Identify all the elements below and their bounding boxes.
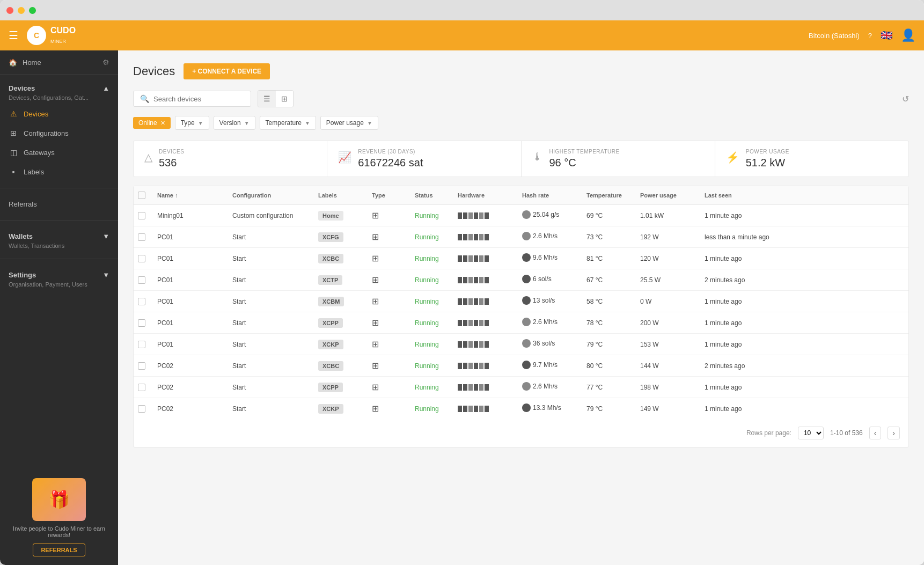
td-power: 192 W: [636, 233, 700, 241]
row-checkbox-6[interactable]: [138, 341, 145, 348]
td-config: Start: [228, 362, 314, 370]
sidebar-devices-group-label: Devices: [9, 84, 35, 92]
td-checkbox: [134, 362, 153, 370]
chevron-down-icon[interactable]: ▼: [102, 232, 109, 240]
td-type: ⊞: [368, 253, 410, 263]
chevron-down-icon-2[interactable]: ▼: [102, 271, 109, 279]
td-power: 1.01 kW: [636, 212, 700, 219]
td-lastseen: 1 minute ago: [700, 405, 775, 413]
sidebar-item-home[interactable]: 🏠 Home: [9, 58, 102, 67]
nav-left: ☰ C CUDOMINER: [9, 26, 76, 45]
td-checkbox: [134, 319, 153, 327]
label-badge: XCPP: [318, 383, 343, 392]
gear-icon[interactable]: ⚙: [102, 58, 109, 67]
temperature-filter[interactable]: Temperature ▼: [260, 116, 316, 130]
th-name[interactable]: Name ↑: [153, 192, 228, 199]
flag-icon[interactable]: 🇬🇧: [881, 30, 892, 41]
search-input[interactable]: [153, 95, 244, 103]
label-badge: XCBC: [318, 361, 343, 371]
th-config[interactable]: Configuration: [228, 192, 314, 199]
sidebar-wallets-sub: Wallets, Transactions: [0, 243, 118, 252]
top-navbar: ☰ C CUDOMINER Bitcoin (Satoshi) ? 🇬🇧 👤: [0, 20, 924, 50]
type-filter[interactable]: Type ▼: [175, 116, 209, 130]
td-hardware: [453, 384, 518, 391]
select-all-checkbox[interactable]: [138, 192, 145, 199]
td-temperature: 58 °C: [582, 298, 636, 305]
th-lastseen[interactable]: Last seen: [700, 192, 775, 199]
row-checkbox-4[interactable]: [138, 298, 145, 305]
sidebar-item-devices[interactable]: ⚠ Devices: [0, 104, 118, 123]
titlebar: [0, 0, 924, 20]
td-label: Home: [314, 212, 368, 219]
help-icon[interactable]: ?: [868, 32, 872, 40]
grid-view-button[interactable]: ⊞: [276, 91, 293, 107]
td-lastseen: less than a minute ago: [700, 233, 775, 241]
td-checkbox: [134, 405, 153, 413]
close-btn[interactable]: [6, 7, 13, 14]
th-power[interactable]: Power usage: [636, 192, 700, 199]
prev-page-button[interactable]: ‹: [869, 427, 882, 439]
sidebar-item-referrals[interactable]: Referrals: [0, 195, 118, 214]
refresh-button[interactable]: ↺: [902, 94, 909, 104]
td-config: Start: [228, 384, 314, 391]
td-name: Mining01: [153, 212, 228, 219]
th-status[interactable]: Status: [410, 192, 453, 199]
revenue-stat-icon: 📈: [338, 151, 351, 164]
currency-label[interactable]: Bitcoin (Satoshi): [809, 32, 860, 40]
td-hashrate: 9.7 Mh/s: [518, 361, 582, 371]
status-badge: Running: [415, 405, 439, 413]
td-config: Start: [228, 319, 314, 327]
td-temperature: 73 °C: [582, 233, 636, 241]
user-icon[interactable]: 👤: [901, 28, 915, 42]
version-filter[interactable]: Version ▼: [214, 116, 255, 130]
td-label: XCPP: [314, 319, 368, 327]
row-checkbox-9[interactable]: [138, 405, 145, 413]
th-labels[interactable]: Labels: [314, 192, 368, 199]
hash-icon: [522, 210, 531, 219]
hash-icon: [522, 382, 531, 391]
td-name: PC01: [153, 341, 228, 348]
sidebar-item-labels[interactable]: ▪ Labels: [0, 162, 118, 181]
warning-icon: ⚠: [9, 109, 18, 118]
power-filter[interactable]: Power usage ▼: [320, 116, 378, 130]
row-checkbox-5[interactable]: [138, 319, 145, 327]
os-icon: ⊞: [372, 232, 379, 241]
sidebar-divider-3: [0, 259, 118, 259]
td-status: Running: [410, 405, 453, 413]
th-type[interactable]: Type: [368, 192, 410, 199]
th-hashrate[interactable]: Hash rate: [518, 192, 582, 199]
revenue-stat-value: 61672246 sat: [338, 157, 510, 169]
td-label: XCBM: [314, 298, 368, 305]
temperature-filter-arrow: ▼: [305, 120, 310, 126]
chevron-up-icon[interactable]: ▲: [102, 84, 109, 92]
th-temperature[interactable]: Temperature: [582, 192, 636, 199]
sidebar-item-gateways[interactable]: ◫ Gateways: [0, 143, 118, 162]
status-badge: Running: [415, 233, 439, 241]
row-checkbox-1[interactable]: [138, 233, 145, 241]
label-badge: XCTP: [318, 275, 342, 285]
sidebar-item-configurations[interactable]: ⊞ Configurations: [0, 123, 118, 143]
minimize-btn[interactable]: [18, 7, 25, 14]
maximize-btn[interactable]: [29, 7, 36, 14]
row-checkbox-0[interactable]: [138, 212, 145, 219]
hamburger-icon[interactable]: ☰: [9, 29, 18, 42]
list-view-button[interactable]: ☰: [258, 91, 276, 107]
row-checkbox-7[interactable]: [138, 362, 145, 370]
rows-per-page-select[interactable]: 10 25 50: [798, 427, 824, 439]
row-checkbox-3[interactable]: [138, 276, 145, 284]
connect-device-button[interactable]: + CONNECT A DEVICE: [184, 63, 270, 79]
stat-temperature: 🌡 HIGHEST TEMPERATURE 96 °C: [522, 141, 715, 177]
td-power: 120 W: [636, 255, 700, 262]
online-tag-remove[interactable]: ✕: [160, 120, 165, 127]
td-name: PC01: [153, 255, 228, 262]
td-config: Start: [228, 405, 314, 413]
th-hardware[interactable]: Hardware: [453, 192, 518, 199]
next-page-button[interactable]: ›: [888, 427, 900, 439]
td-config: Custom configuration: [228, 212, 314, 219]
referrals-button[interactable]: REFERRALS: [33, 544, 85, 556]
row-checkbox-2[interactable]: [138, 255, 145, 262]
td-name: PC01: [153, 276, 228, 284]
row-checkbox-8[interactable]: [138, 384, 145, 391]
status-badge: Running: [415, 362, 439, 370]
hash-icon: [522, 318, 531, 326]
